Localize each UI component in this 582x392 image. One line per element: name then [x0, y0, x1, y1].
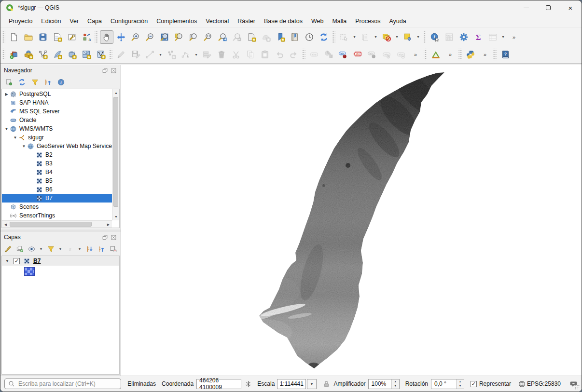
open-attribute-table-button[interactable] [486, 30, 499, 44]
browser-item-b7[interactable]: B7 [2, 194, 112, 203]
scroll-up-arrow[interactable]: ▲ [112, 89, 120, 96]
new-3d-map-view-button[interactable] [259, 30, 273, 44]
scale-input[interactable]: 1:114441 [277, 379, 306, 389]
add-group-button[interactable] [14, 243, 25, 255]
browser-item-b3[interactable]: B3 [2, 159, 112, 168]
new-spatial-bookmark-button[interactable] [274, 30, 287, 44]
filter-legend-button[interactable] [46, 243, 56, 255]
filter-legend-dropdown[interactable]: ▾ [57, 243, 63, 255]
menu-configuración[interactable]: Configuración [106, 16, 152, 27]
filter-by-expression-button[interactable]: ε [65, 243, 75, 255]
select-features-dropdown[interactable]: ▾ [351, 31, 358, 43]
python-overflow-button[interactable]: » [478, 48, 492, 61]
open-attribute-table-dropdown[interactable]: ▾ [500, 31, 506, 43]
open-project-button[interactable] [22, 30, 35, 44]
processing-toolbox-button[interactable] [457, 30, 471, 44]
browser-item-b4[interactable]: B4 [2, 168, 112, 176]
crs-status[interactable]: EPSG:25830 [527, 380, 561, 387]
pan-map-button[interactable] [100, 30, 113, 44]
modify-attributes-button[interactable] [200, 48, 214, 61]
toolbar-handle[interactable] [302, 49, 305, 60]
browser-item-b6[interactable]: B6 [2, 185, 112, 194]
layer-expand-arrow[interactable]: ▼ [2, 259, 10, 263]
statistical-summary-button[interactable] [443, 30, 456, 44]
scale-dropdown[interactable]: ▼ [307, 379, 316, 389]
highlight-pinned-labels-button[interactable]: abc [351, 48, 364, 61]
zoom-in-button[interactable] [129, 30, 142, 44]
toolbar-handle[interactable] [423, 31, 426, 43]
scale-lock-icon[interactable] [322, 380, 331, 388]
zoom-native-resolution-button[interactable]: 1:1 [201, 30, 215, 44]
toolbar-handle[interactable] [493, 49, 497, 60]
layer-item-b7[interactable]: ▼ ✓ B7 [2, 256, 119, 266]
zoom-to-selection-button[interactable] [172, 30, 186, 44]
toggle-editing-button[interactable] [114, 48, 128, 61]
python-console-button[interactable] [464, 48, 477, 61]
close-button[interactable]: × [559, 0, 582, 15]
paste-features-button[interactable] [258, 48, 272, 61]
select-features-button[interactable] [337, 30, 351, 44]
browser-item-sensorthings[interactable]: SensorThings [2, 211, 112, 220]
magnifier-spinner[interactable]: 100% ▲▼ [368, 379, 400, 389]
toolbar-handle[interactable] [95, 31, 98, 43]
menu-ver[interactable]: Ver [65, 16, 83, 27]
toolbar-handle[interactable] [458, 49, 462, 60]
menu-capa[interactable]: Capa [83, 16, 106, 27]
browser-float-button[interactable] [101, 67, 109, 74]
coordinate-input[interactable]: 464206 4100009 [196, 379, 241, 389]
temporal-controller-button[interactable] [303, 30, 316, 44]
toolbar-handle[interactable] [2, 31, 5, 43]
menu-edición[interactable]: Edición [37, 16, 65, 27]
help-button[interactable]: ? [499, 48, 512, 61]
rotation-up[interactable]: ▲ [457, 379, 464, 384]
browser-item-sigugr[interactable]: ▼sigugr [2, 133, 112, 142]
menu-complementos[interactable]: Complementos [152, 16, 201, 27]
save-project-button[interactable] [36, 30, 50, 44]
style-manager-button[interactable]: a [80, 30, 93, 44]
digitize-shape-button[interactable] [165, 48, 178, 61]
locator-search-input[interactable]: Escriba para localizar (Ctrl+K) [4, 378, 121, 389]
plugin-overflow-button[interactable]: » [443, 48, 457, 61]
render-checkbox[interactable]: ✓ [471, 381, 477, 387]
zoom-last-button[interactable] [216, 30, 229, 44]
menu-vectorial[interactable]: Vectorial [201, 16, 233, 27]
browser-item-oracle[interactable]: Oracle [2, 116, 112, 124]
vertex-tool-button[interactable] [179, 48, 193, 61]
new-geopackage-layer-button[interactable] [22, 48, 35, 61]
map-canvas[interactable] [121, 65, 582, 376]
horizontal-scroll-thumb[interactable] [10, 222, 92, 227]
magnifier-down[interactable]: ▼ [392, 384, 399, 389]
menu-base-de-datos[interactable]: Base de datos [260, 16, 307, 27]
rotation-down[interactable]: ▼ [457, 384, 464, 389]
tree-expand-arrow[interactable]: ▶ [4, 92, 9, 96]
new-gpx-layer-button[interactable] [94, 48, 108, 61]
layer-visibility-checkbox[interactable]: ✓ [14, 258, 20, 264]
new-mesh-layer-button[interactable] [80, 48, 93, 61]
menu-ayuda[interactable]: Ayuda [385, 16, 410, 27]
digitize-segment-dropdown[interactable]: ▾ [157, 48, 164, 61]
scroll-left-arrow[interactable]: ◀ [2, 221, 9, 228]
deselect-features-button[interactable] [380, 30, 393, 44]
refresh-map-button[interactable] [317, 30, 331, 44]
browser-properties-button[interactable]: i [55, 76, 67, 88]
browser-item-b2[interactable]: B2 [2, 150, 112, 159]
browser-item-geoserver-web-map-service[interactable]: ▼GeoServer Web Map Service [2, 142, 112, 150]
resize-grip[interactable] [574, 384, 580, 390]
new-virtual-layer-button[interactable] [65, 48, 79, 61]
rotation-spinner[interactable]: 0,0 ° ▲▼ [431, 379, 464, 389]
browser-vertical-scrollbar[interactable]: ▲ ▼ [112, 89, 119, 220]
delete-selected-button[interactable] [215, 48, 228, 61]
pan-to-selection-button[interactable] [114, 30, 128, 44]
cut-features-button[interactable] [229, 48, 243, 61]
redo-button[interactable] [287, 48, 301, 61]
new-map-view-button[interactable] [245, 30, 258, 44]
collapse-all-layers-button[interactable] [96, 243, 106, 255]
remove-layer-group-button[interactable] [108, 243, 118, 255]
show-spatial-bookmarks-button[interactable] [288, 30, 302, 44]
menu-ráster[interactable]: Ráster [233, 16, 260, 27]
expand-all-button[interactable] [84, 243, 95, 255]
browser-close-button[interactable] [110, 67, 117, 74]
tree-expand-arrow[interactable]: ▼ [21, 144, 27, 149]
show-sum-statistics-button[interactable]: Σ [471, 30, 485, 44]
filter-by-expression-dropdown[interactable]: ▾ [77, 243, 83, 255]
